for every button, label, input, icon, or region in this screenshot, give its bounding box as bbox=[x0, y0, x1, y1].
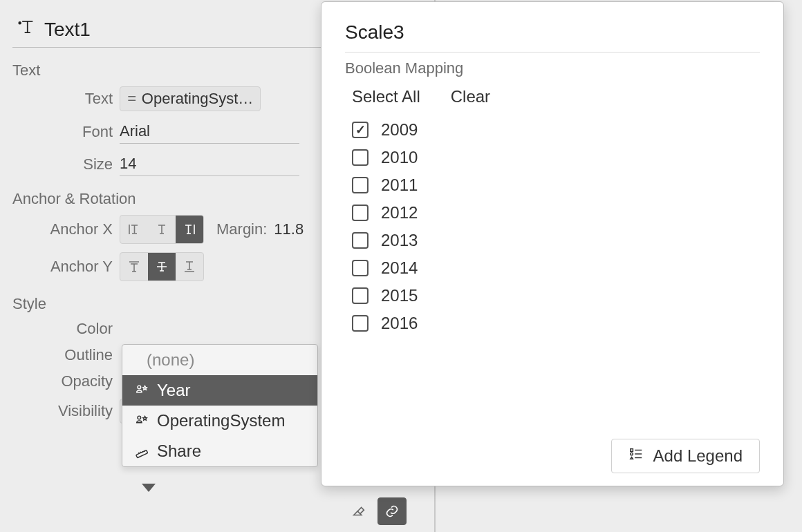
color-label: Color bbox=[12, 320, 120, 338]
erase-button[interactable] bbox=[344, 497, 373, 525]
dropdown-item-label: OperatingSystem bbox=[157, 411, 285, 430]
font-label: Font bbox=[12, 123, 120, 141]
dropdown-item-label: Share bbox=[157, 441, 201, 461]
text-expression-value: OperatingSyst… bbox=[142, 90, 253, 108]
checkbox-icon[interactable] bbox=[352, 177, 369, 193]
text-mark-icon bbox=[17, 17, 36, 41]
check-label: 2012 bbox=[381, 203, 418, 222]
outline-label: Outline bbox=[12, 346, 120, 364]
check-row[interactable]: 2013 bbox=[352, 231, 760, 250]
column-picker-dropdown: (none) Year OperatingSystem Share bbox=[122, 344, 318, 467]
svg-point-2 bbox=[138, 416, 141, 419]
check-row[interactable]: 2012 bbox=[352, 203, 760, 222]
panel-title: Text1 bbox=[44, 19, 91, 41]
anchor-y-label: Anchor Y bbox=[12, 258, 120, 276]
check-row[interactable]: 2010 bbox=[352, 148, 760, 167]
text-label: Text bbox=[12, 90, 120, 108]
checkbox-icon[interactable] bbox=[352, 260, 369, 276]
anchor-x-center-button[interactable] bbox=[148, 216, 176, 243]
anchor-y-top-button[interactable] bbox=[120, 253, 148, 281]
svg-point-0 bbox=[19, 22, 21, 24]
scale-checklist: 2009 2010 2011 2012 2013 2014 2015 2016 bbox=[345, 112, 760, 439]
svg-rect-3 bbox=[136, 450, 148, 458]
size-input[interactable] bbox=[120, 152, 299, 176]
scale-subtitle: Boolean Mapping bbox=[345, 59, 760, 77]
svg-point-5 bbox=[630, 453, 633, 455]
checkbox-icon[interactable] bbox=[352, 149, 369, 166]
legend-icon bbox=[628, 446, 644, 466]
expression-equals-icon: = bbox=[127, 90, 136, 108]
size-label: Size bbox=[12, 155, 120, 173]
dropdown-none-label: (none) bbox=[147, 350, 194, 370]
anchor-x-label: Anchor X bbox=[12, 220, 120, 238]
checkbox-icon[interactable] bbox=[352, 205, 369, 221]
dropdown-item-year[interactable]: Year bbox=[122, 375, 317, 406]
check-label: 2015 bbox=[381, 286, 418, 305]
add-legend-button[interactable]: Add Legend bbox=[611, 439, 760, 473]
dropdown-item-operatingsystem[interactable]: OperatingSystem bbox=[122, 406, 317, 436]
check-label: 2013 bbox=[381, 231, 418, 250]
dropdown-item-none[interactable]: (none) bbox=[122, 345, 317, 375]
select-all-button[interactable]: Select All bbox=[352, 87, 420, 106]
check-label: 2016 bbox=[381, 314, 418, 333]
popover-footer: Add Legend bbox=[345, 439, 760, 473]
visibility-label: Visibility bbox=[12, 402, 120, 420]
margin-value: 11.8 bbox=[274, 220, 304, 238]
scale-title: Scale3 bbox=[345, 21, 760, 53]
dropdown-item-share[interactable]: Share bbox=[122, 436, 317, 466]
anchor-y-group bbox=[120, 252, 204, 281]
opacity-label: Opacity bbox=[12, 372, 120, 390]
add-legend-label: Add Legend bbox=[653, 446, 743, 466]
anchor-y-bottom-button[interactable] bbox=[176, 253, 203, 281]
dropdown-item-label: Year bbox=[157, 381, 191, 400]
check-row[interactable]: 2016 bbox=[352, 314, 760, 333]
anchor-x-right-button[interactable] bbox=[176, 216, 203, 243]
visibility-actions bbox=[344, 497, 407, 525]
scale-actions: Select All Clear bbox=[345, 87, 760, 106]
ruler-icon bbox=[133, 443, 150, 459]
scale-popover: Scale3 Boolean Mapping Select All Clear … bbox=[321, 1, 784, 486]
check-row[interactable]: 2009 bbox=[352, 120, 760, 140]
checkbox-icon[interactable] bbox=[352, 287, 369, 304]
clear-button[interactable]: Clear bbox=[451, 87, 490, 106]
check-row[interactable]: 2015 bbox=[352, 286, 760, 305]
svg-point-1 bbox=[138, 386, 141, 389]
check-label: 2009 bbox=[381, 120, 418, 140]
check-row[interactable]: 2014 bbox=[352, 258, 760, 278]
svg-rect-4 bbox=[630, 449, 633, 452]
link-button[interactable] bbox=[377, 497, 407, 525]
anchor-y-middle-button[interactable] bbox=[148, 253, 176, 281]
check-label: 2010 bbox=[381, 148, 418, 167]
check-label: 2014 bbox=[381, 258, 418, 278]
check-label: 2011 bbox=[381, 175, 418, 195]
anchor-x-group bbox=[120, 215, 204, 244]
category-icon bbox=[133, 412, 150, 429]
checkbox-icon[interactable] bbox=[352, 232, 369, 249]
checkbox-icon[interactable] bbox=[352, 122, 369, 138]
check-row[interactable]: 2011 bbox=[352, 175, 760, 195]
dropdown-pointer-icon bbox=[142, 484, 156, 492]
text-expression-chip[interactable]: = OperatingSyst… bbox=[120, 86, 261, 111]
category-icon bbox=[133, 382, 150, 399]
anchor-x-left-button[interactable] bbox=[120, 216, 148, 243]
margin-label: Margin: bbox=[216, 220, 267, 238]
font-input[interactable] bbox=[120, 120, 299, 144]
checkbox-icon[interactable] bbox=[352, 315, 369, 332]
